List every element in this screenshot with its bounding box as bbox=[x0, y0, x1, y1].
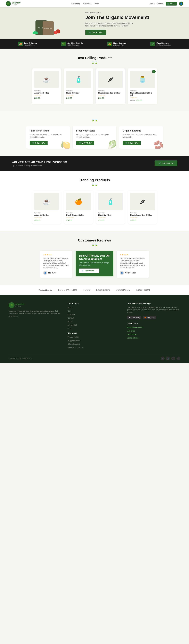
best-selling-grid: ☕ Groceries Assorted Coffee ☆☆☆☆☆ $35.00… bbox=[9, 68, 180, 104]
cart-icon: 🛒 bbox=[167, 2, 170, 5]
trending-cat-0: Groceries bbox=[34, 212, 59, 214]
footer-quick-links-heading: Quick Links bbox=[68, 302, 121, 304]
footer-col-brand: 🌿 ORGANIC STORE Maecenas mi justo, inter… bbox=[9, 302, 62, 350]
google-play-badge[interactable]: ▶ Google Play bbox=[127, 316, 141, 319]
footer-quick-links2-heading: Quick Links bbox=[127, 322, 180, 324]
product-name-0: Assorted Coffee bbox=[34, 92, 59, 94]
hero-description: Lorem ipsum dolor sit amet, consectetur … bbox=[85, 22, 135, 27]
reviewer-avatar-2: 👤 bbox=[120, 271, 124, 275]
user-avatar[interactable]: 👤 bbox=[179, 2, 183, 6]
hero-shop-now-button[interactable]: 🛒 SHOP NOW bbox=[85, 30, 106, 35]
social-twitter[interactable]: t bbox=[171, 356, 175, 360]
feature-returns-text: Easy Returns No Questions Asked bbox=[156, 42, 171, 46]
brand-logo-4: LOGOPSUM bbox=[116, 289, 130, 292]
deal-btn[interactable]: 🛒 SHOP NOW → bbox=[79, 268, 99, 273]
footer-link2-connect[interactable]: Lets Connect bbox=[127, 334, 137, 336]
footer-bottom: Copyright © 2024 | Organic Store f 📷 t i… bbox=[9, 354, 180, 360]
nav-everything[interactable]: Everything bbox=[72, 2, 80, 5]
footer-link-checkout[interactable]: Checkout bbox=[68, 314, 75, 316]
organic-icon: 🌿 bbox=[61, 42, 66, 46]
brands-bar: Featured Brands: LOGO PARLON HOGO Logoip… bbox=[0, 285, 189, 295]
reviews-title: Customers Reviews bbox=[9, 238, 180, 242]
footer-link2-stories[interactable]: Update Stories bbox=[127, 337, 138, 339]
leaf-decoration: 🍃🍃 bbox=[91, 61, 98, 64]
product-cat-3: Groceries bbox=[130, 90, 155, 92]
footer-link-terms[interactable]: Terms & Conditions bbox=[68, 346, 83, 348]
footer-link-privacy[interactable]: Privacy Policy bbox=[68, 336, 79, 338]
nav-juice[interactable]: Juice bbox=[94, 2, 99, 5]
feature-certified-organic: 🌿 Certified Organic 100% Guarantee bbox=[61, 42, 82, 46]
trending-grid: ☕ Groceries Assorted Coffee ☆☆☆☆☆ $35.00… bbox=[9, 190, 180, 224]
footer-quick-links-list: About Cart Checkout Contact Home My acco… bbox=[68, 306, 121, 330]
promo-banner: Get 25% Off On Your First Purchase! Try … bbox=[0, 156, 189, 171]
footer-link-shop[interactable]: Shop bbox=[68, 328, 72, 330]
fruits-image: 🍋 bbox=[60, 140, 70, 149]
promo-btn-label: SHOP NOW bbox=[162, 162, 173, 164]
trending-name-1: Fresh Orange Juice bbox=[66, 214, 91, 216]
nav-groceries[interactable]: Groceries bbox=[83, 2, 91, 5]
trending-card-chillies: 🌶 Groceries Handpicked Red Chillies ☆☆☆☆… bbox=[128, 190, 157, 224]
feature-returns-title: Easy Returns bbox=[156, 42, 171, 44]
footer-brand-desc: Maecenas mi justo, interdum at consectet… bbox=[9, 310, 62, 318]
nav-contact[interactable]: Contact bbox=[157, 2, 164, 5]
category-fruits-btn[interactable]: 🛒 SHOP NOW bbox=[30, 141, 48, 145]
deal-card: Deal Of The Day 15% Off On All Vegetable… bbox=[76, 251, 114, 276]
app-store-badge[interactable]: 🍎 App Store bbox=[142, 316, 156, 319]
nav-about[interactable]: About bbox=[150, 2, 154, 5]
product-card-coffee: ☕ Groceries Assorted Coffee ☆☆☆☆☆ $35.00 bbox=[32, 68, 61, 104]
review-card-2: ★★★★★ Click edit button to change this t… bbox=[117, 251, 149, 278]
shipping-icon: 🚚 bbox=[18, 42, 23, 46]
fruits-btn-icon: 🛒 bbox=[32, 142, 34, 144]
promo-section-wrapper: Get 25% Off On Your First Purchase! Try … bbox=[0, 156, 189, 171]
deal-sub: I am not block. Click edit button to cha… bbox=[79, 262, 110, 266]
product-img-chillies: 🌶 bbox=[98, 71, 123, 88]
category-card-legume: Organic Legume Phasellus sed urna mattis… bbox=[119, 126, 163, 149]
category-legume-btn[interactable]: 🛒 SHOP NOW bbox=[123, 141, 140, 145]
leaf-deco-3: 🍃🍃 bbox=[91, 183, 98, 186]
footer-link2-knowmore[interactable]: Know More About Us bbox=[127, 326, 143, 328]
cart-button[interactable]: 🛒 $0.00 bbox=[166, 2, 177, 6]
footer-logo: 🌿 ORGANIC STORE bbox=[9, 302, 62, 308]
footer-link-offers[interactable]: Offers Coupons bbox=[68, 343, 80, 345]
feature-savings-title: Huge Savings bbox=[114, 42, 126, 44]
footer-link-about[interactable]: About bbox=[68, 306, 72, 308]
category-vegetables-btn[interactable]: 🛒 SHOP NOW bbox=[76, 141, 94, 145]
trending-stars-2: ☆☆☆☆☆ bbox=[98, 217, 123, 219]
reviews-deco: 🍃🍃 bbox=[9, 243, 180, 246]
footer-site-links-list: Privacy Policy Shipping Details Offers C… bbox=[68, 336, 121, 348]
trending-section: Trending Products 🍃🍃 ☕ Groceries Assorte… bbox=[0, 171, 189, 231]
footer-link-contact[interactable]: Contact bbox=[68, 317, 74, 319]
vegetables-btn-label: SHOP NOW bbox=[82, 142, 92, 144]
leaf-deco-2: 🍃🍃 bbox=[91, 118, 98, 122]
herb bbox=[32, 31, 38, 34]
logo-icon-text: 🌿 bbox=[7, 3, 9, 4]
categories-section: 🍃🍃 Farm Fresh Fruits Ut sollicitudin qua… bbox=[0, 111, 189, 156]
brand-logo-2: HOGO bbox=[83, 289, 90, 292]
footer-link-home[interactable]: Home bbox=[68, 320, 72, 322]
footer-link-cart[interactable]: Cart bbox=[68, 310, 71, 312]
social-instagram[interactable]: 📷 bbox=[166, 356, 170, 360]
cart-total: $0.00 bbox=[170, 2, 175, 5]
social-facebook[interactable]: f bbox=[161, 356, 164, 360]
best-selling-title: Best Selling Products bbox=[9, 56, 180, 60]
product-cat-2: Groceries bbox=[98, 90, 123, 92]
feature-huge-savings: 💰 Huge Savings At Lowest Price bbox=[107, 42, 126, 46]
review-card-1: ★★★★★ Click edit button to change this t… bbox=[40, 251, 72, 278]
feature-shipping-sub: Above $5 Only bbox=[24, 44, 37, 46]
trending-img-juice: 🍊 bbox=[66, 193, 91, 210]
footer-link2-visitstore[interactable]: Visit Store bbox=[127, 330, 135, 332]
footer-link-shipping[interactable]: Shipping Details bbox=[68, 340, 80, 342]
product-cat-1: Groceries bbox=[66, 90, 91, 92]
social-linkedin[interactable]: in bbox=[176, 356, 180, 360]
footer-col-quick-links: Quick Links About Cart Checkout Contact … bbox=[68, 302, 121, 350]
nav-right: About Contact 🛒 $0.00 👤 bbox=[150, 2, 183, 6]
google-play-label: Google Play bbox=[131, 317, 140, 318]
logo-text-block: ORGANIC STORE bbox=[12, 2, 20, 6]
trending-img-sanitizer: 🧴 bbox=[98, 193, 123, 210]
product-stars-0: ☆☆☆☆☆ bbox=[34, 94, 59, 96]
promo-btn[interactable]: 🛒 SHOP NOW bbox=[154, 160, 177, 166]
fruits-btn-label: SHOP NOW bbox=[35, 142, 45, 144]
category-deco: 🍃🍃 bbox=[9, 118, 180, 122]
trending-price-0: $35.00 bbox=[34, 219, 59, 222]
footer-link-myaccount[interactable]: My account bbox=[68, 324, 77, 326]
